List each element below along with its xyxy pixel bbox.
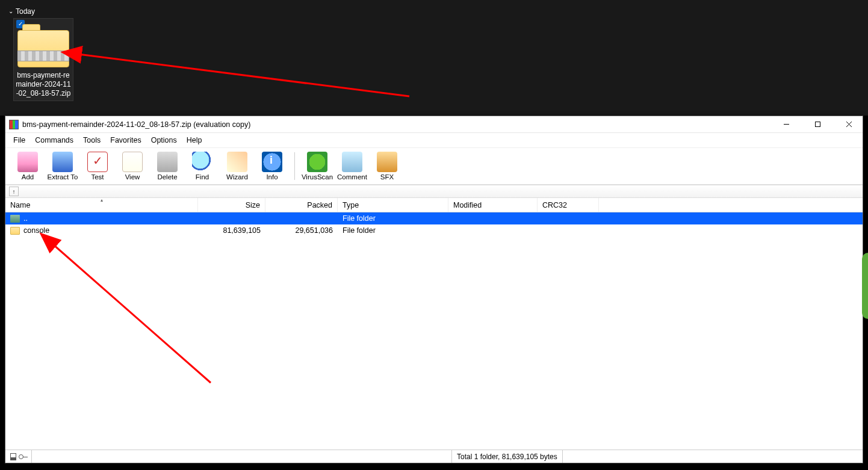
file-list[interactable]: .. File folder console 81,639,105 29,651… (5, 212, 863, 450)
tool-sfx[interactable]: SFX (370, 152, 405, 181)
folder-icon (10, 227, 20, 235)
window-title: bms-payment-remainder-2024-11-02_08-18-5… (22, 120, 250, 129)
header-modified[interactable]: Modified (448, 198, 538, 212)
desktop-file-label: bms-payment-remainder-2024-11-02_08-18-5… (14, 71, 73, 98)
tool-extract[interactable]: Extract To (45, 152, 80, 181)
maximize-button[interactable] (804, 116, 831, 133)
parent-dir-name: .. (23, 214, 28, 223)
tool-comment[interactable]: Comment (335, 152, 370, 181)
winrar-window: bms-payment-remainder-2024-11-02_08-18-5… (5, 116, 863, 463)
tool-wizard[interactable]: Wizard (220, 152, 255, 181)
group-header-today[interactable]: ⌄Today (8, 7, 35, 16)
key-icon (19, 454, 23, 459)
menu-commands[interactable]: Commands (31, 135, 78, 146)
toolbar: Add Extract To Test View Delete Find Wiz… (5, 147, 863, 185)
row-type: File folder (343, 226, 376, 235)
wizard-icon (227, 152, 247, 172)
header-crc[interactable]: CRC32 (538, 198, 599, 212)
row-packed: 29,651,036 (295, 226, 333, 235)
menu-help[interactable]: Help (182, 135, 206, 146)
winrar-app-icon (9, 120, 19, 129)
status-icons (5, 450, 32, 463)
tool-virusscan[interactable]: VirusScan (300, 152, 335, 181)
toolbar-separator (294, 152, 295, 180)
info-icon (262, 152, 282, 172)
desktop-zip-file[interactable]: ✓ bms-payment-remainder-2024-11-02_08-18… (13, 18, 73, 101)
tool-add[interactable]: Add (10, 152, 45, 181)
tool-info[interactable]: Info (255, 152, 290, 181)
zip-icon (17, 24, 69, 67)
view-icon (122, 152, 143, 172)
menu-options[interactable]: Options (147, 135, 181, 146)
comment-icon (342, 152, 362, 172)
menubar: File Commands Tools Favorites Options He… (5, 133, 863, 147)
titlebar[interactable]: bms-payment-remainder-2024-11-02_08-18-5… (5, 116, 863, 133)
add-icon (17, 152, 38, 172)
minimize-button[interactable] (772, 116, 800, 133)
background-fragment (862, 253, 868, 319)
find-icon (192, 152, 212, 172)
tool-view[interactable]: View (115, 152, 150, 181)
close-button[interactable] (835, 116, 863, 133)
column-headers: Name▴ Size Packed Type Modified CRC32 (5, 198, 863, 212)
delete-icon (157, 152, 178, 172)
parent-folder-icon (10, 215, 20, 223)
address-bar[interactable]: ↑ (5, 185, 863, 198)
table-row[interactable]: console 81,639,105 29,651,036 File folde… (5, 224, 863, 237)
virus-icon (307, 152, 327, 172)
sort-asc-icon: ▴ (101, 197, 103, 203)
explorer-area: ⌄Today ✓ bms-payment-remainder-2024-11-0… (0, 0, 868, 116)
header-packed[interactable]: Packed (265, 198, 338, 212)
tool-find[interactable]: Find (185, 152, 220, 181)
test-icon (87, 152, 108, 172)
header-name[interactable]: Name▴ (5, 198, 198, 212)
extract-icon (52, 152, 73, 172)
chevron-down-icon: ⌄ (8, 8, 13, 14)
tool-test[interactable]: Test (80, 152, 115, 181)
parent-dir-type: File folder (343, 214, 376, 223)
row-size: 81,639,105 (223, 226, 261, 235)
menu-tools[interactable]: Tools (79, 135, 105, 146)
header-size[interactable]: Size (198, 198, 265, 212)
sfx-icon (377, 152, 397, 172)
up-button[interactable]: ↑ (9, 187, 19, 196)
menu-favorites[interactable]: Favorites (106, 135, 145, 146)
tool-delete[interactable]: Delete (150, 152, 185, 181)
header-type[interactable]: Type (338, 198, 448, 212)
status-bar: Total 1 folder, 81,639,105 bytes (5, 450, 863, 463)
menu-file[interactable]: File (9, 135, 29, 146)
row-name: console (23, 226, 49, 235)
lock-icon (10, 453, 16, 460)
svg-rect-1 (815, 122, 820, 127)
status-total: Total 1 folder, 81,639,105 bytes (451, 450, 563, 463)
parent-dir-row[interactable]: .. File folder (5, 212, 863, 224)
group-label: Today (16, 7, 35, 16)
